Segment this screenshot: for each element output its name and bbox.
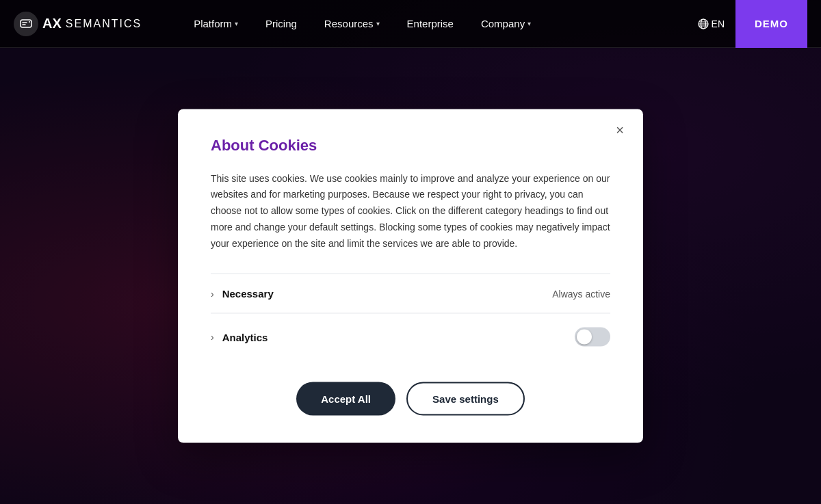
accept-all-button[interactable]: Accept All <box>296 382 395 416</box>
modal-title: About Cookies <box>211 136 610 154</box>
language-selector[interactable]: EN <box>698 18 725 29</box>
nav-item-company[interactable]: Company ▾ <box>470 12 542 35</box>
necessary-section-label: Necessary <box>222 288 274 300</box>
analytics-section: › Analytics <box>211 313 610 360</box>
svg-rect-0 <box>21 20 31 27</box>
necessary-expand-icon[interactable]: › <box>211 288 214 299</box>
toggle-knob <box>577 330 592 345</box>
lang-label: EN <box>712 18 725 29</box>
cookie-modal: × About Cookies This site uses cookies. … <box>178 109 643 443</box>
page-content: × About Cookies This site uses cookies. … <box>0 48 821 504</box>
resources-chevron-icon: ▾ <box>376 20 380 27</box>
nav-item-platform[interactable]: Platform ▾ <box>183 12 249 35</box>
globe-icon <box>698 18 709 29</box>
modal-body-text: This site uses cookies. We use cookies m… <box>211 170 610 252</box>
analytics-section-label: Analytics <box>222 331 268 343</box>
modal-footer: Accept All Save settings <box>211 382 610 416</box>
nav-item-resources[interactable]: Resources ▾ <box>313 12 391 35</box>
logo[interactable]: AXSEMANTICS <box>14 12 142 36</box>
save-settings-button[interactable]: Save settings <box>406 382 525 416</box>
nav-items: Platform ▾ Pricing Resources ▾ Enterpris… <box>183 12 697 35</box>
analytics-expand-icon[interactable]: › <box>211 332 214 343</box>
nav-item-enterprise[interactable]: Enterprise <box>396 12 465 35</box>
logo-icon <box>14 12 38 36</box>
logo-rest-text: SEMANTICS <box>66 18 142 30</box>
always-active-label: Always active <box>552 288 610 299</box>
necessary-section: › Necessary Always active <box>211 274 610 313</box>
demo-button[interactable]: DEMO <box>735 0 807 48</box>
platform-chevron-icon: ▾ <box>235 20 238 27</box>
navbar: AXSEMANTICS Platform ▾ Pricing Resources… <box>0 0 821 48</box>
analytics-toggle[interactable] <box>575 328 610 347</box>
modal-close-button[interactable]: × <box>610 120 629 139</box>
company-chevron-icon: ▾ <box>527 20 531 27</box>
svg-point-1 <box>29 21 30 23</box>
nav-right: EN DEMO <box>698 0 807 48</box>
nav-item-pricing[interactable]: Pricing <box>255 12 308 35</box>
logo-ax-text: AX <box>42 16 62 31</box>
